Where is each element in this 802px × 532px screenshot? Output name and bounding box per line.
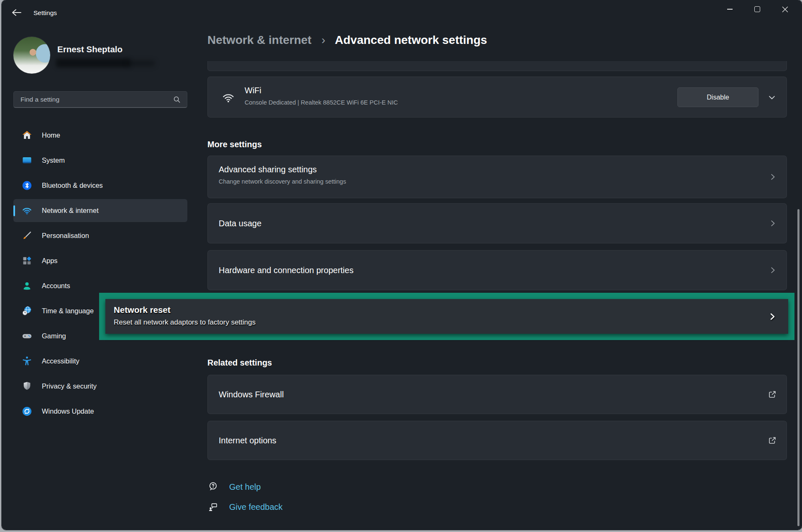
windows-update-icon xyxy=(21,406,33,417)
card-title: Windows Firewall xyxy=(219,390,284,399)
search-icon[interactable] xyxy=(173,95,181,104)
bluetooth-icon xyxy=(21,180,33,191)
network-icon xyxy=(21,205,33,216)
gaming-icon xyxy=(21,330,33,342)
maximize-button[interactable] xyxy=(743,0,771,18)
sidebar-item-label: Windows Update xyxy=(42,407,94,415)
close-button[interactable] xyxy=(771,0,799,18)
avatar xyxy=(13,37,50,74)
chevron-down-icon[interactable] xyxy=(766,92,777,105)
get-help-label: Get help xyxy=(229,482,261,492)
card-title: Advanced sharing settings xyxy=(219,165,317,174)
sidebar-item-label: Personalisation xyxy=(42,232,89,240)
user-email-redacted-2 xyxy=(127,61,155,66)
disable-button[interactable]: Disable xyxy=(677,87,759,107)
window-controls xyxy=(716,0,799,20)
card-title: Data usage xyxy=(219,219,261,228)
external-link-icon xyxy=(767,435,777,445)
sidebar-item-accessibility[interactable]: Accessibility xyxy=(13,350,187,373)
external-link-icon xyxy=(767,389,777,399)
sidebar-item-label: Time & language xyxy=(42,307,94,315)
sidebar-item-apps[interactable]: Apps xyxy=(13,249,187,272)
user-email-redacted xyxy=(56,59,130,67)
minimize-icon xyxy=(727,9,733,10)
card-title: Network reset xyxy=(114,305,171,315)
sidebar-item-label: Accessibility xyxy=(42,357,79,365)
get-help-link[interactable]: Get help xyxy=(207,481,261,493)
shield-icon xyxy=(21,381,33,392)
settings-window: Settings Ernest Sheptalo xyxy=(2,0,802,530)
apps-icon xyxy=(21,255,33,266)
highlight-annotation-box: Network reset Reset all network adaptors… xyxy=(99,293,794,340)
scrolled-card-sliver xyxy=(207,61,787,71)
sidebar-item-label: Accounts xyxy=(42,282,70,290)
card-network-reset[interactable]: Network reset Reset all network adaptors… xyxy=(105,299,788,334)
breadcrumb: Network & internet › Advanced network se… xyxy=(207,33,487,47)
give-feedback-link[interactable]: Give feedback xyxy=(207,501,283,513)
section-header-related-settings: Related settings xyxy=(207,358,272,368)
chevron-right-icon xyxy=(767,312,777,322)
sidebar-item-label: System xyxy=(42,156,65,164)
page-title: Advanced network settings xyxy=(335,33,487,46)
give-feedback-label: Give feedback xyxy=(229,502,283,512)
system-icon xyxy=(21,155,33,166)
wifi-card[interactable]: WiFi Console Dedicated | Realtek 8852CE … xyxy=(207,77,787,118)
search-input[interactable] xyxy=(14,96,173,103)
user-name: Ernest Sheptalo xyxy=(57,44,123,54)
sidebar-item-label: Privacy & security xyxy=(42,382,97,390)
sidebar-item-label: Gaming xyxy=(42,332,66,340)
close-icon xyxy=(782,6,788,13)
sidebar: Home System Bluetoot xyxy=(13,124,187,425)
help-bubble-icon xyxy=(207,481,219,493)
wifi-icon xyxy=(220,90,236,106)
accessibility-icon xyxy=(21,356,33,367)
scrollbar-thumb[interactable] xyxy=(797,209,799,526)
breadcrumb-parent[interactable]: Network & internet xyxy=(207,33,312,46)
sidebar-item-label: Bluetooth & devices xyxy=(42,182,103,189)
selected-indicator xyxy=(13,205,15,216)
sidebar-item-bluetooth[interactable]: Bluetooth & devices xyxy=(13,174,187,197)
card-subtitle: Change network discovery and sharing set… xyxy=(219,178,346,185)
card-windows-firewall[interactable]: Windows Firewall xyxy=(207,375,787,414)
chevron-right-icon xyxy=(768,266,777,275)
sidebar-item-label: Home xyxy=(42,131,60,139)
minimize-button[interactable] xyxy=(716,0,743,18)
card-advanced-sharing-settings[interactable]: Advanced sharing settings Change network… xyxy=(207,156,787,198)
card-subtitle: Reset all network adaptors to factory se… xyxy=(114,318,255,327)
sidebar-item-personalisation[interactable]: Personalisation xyxy=(13,224,187,247)
wifi-title: WiFi xyxy=(245,86,261,95)
sidebar-item-label: Network & internet xyxy=(42,207,99,215)
card-data-usage[interactable]: Data usage xyxy=(207,203,787,243)
breadcrumb-separator: › xyxy=(322,33,325,46)
section-header-more-settings: More settings xyxy=(207,140,262,149)
card-internet-options[interactable]: Internet options xyxy=(207,421,787,460)
wifi-subtitle: Console Dedicated | Realtek 8852CE WiFi … xyxy=(245,99,398,106)
card-title: Hardware and connection properties xyxy=(219,266,353,275)
chevron-right-icon xyxy=(768,172,777,182)
search-box[interactable] xyxy=(13,91,187,108)
titlebar: Settings xyxy=(2,0,802,23)
back-arrow-icon xyxy=(11,8,23,18)
sidebar-item-home[interactable]: Home xyxy=(13,124,187,147)
chevron-right-icon xyxy=(768,219,777,228)
card-title: Internet options xyxy=(219,436,276,445)
feedback-icon xyxy=(207,501,219,513)
home-icon xyxy=(21,130,33,141)
personalisation-icon xyxy=(21,230,33,241)
time-language-icon xyxy=(21,305,33,317)
sidebar-item-windows-update[interactable]: Windows Update xyxy=(13,400,187,423)
sidebar-item-privacy-security[interactable]: Privacy & security xyxy=(13,375,187,398)
card-hardware-connection-properties[interactable]: Hardware and connection properties xyxy=(207,250,787,290)
sidebar-item-network-internet[interactable]: Network & internet xyxy=(13,199,187,222)
maximize-icon xyxy=(754,6,760,12)
back-button[interactable] xyxy=(11,8,23,18)
sidebar-item-label: Apps xyxy=(42,257,58,265)
accounts-icon xyxy=(21,280,33,292)
app-title: Settings xyxy=(33,9,57,17)
sidebar-item-system[interactable]: System xyxy=(13,149,187,172)
